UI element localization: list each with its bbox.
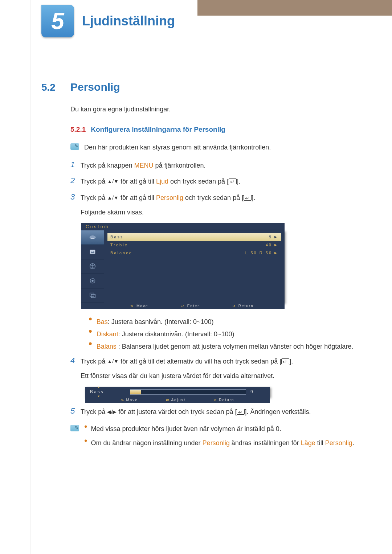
osd-sidebar: [81, 230, 104, 303]
step-text: Tryck på ▲/▼ för att gå till Ljud och tr…: [81, 176, 240, 187]
text-frag: ändras inställningen för: [230, 439, 301, 447]
section-heading: 5.2 Personlig: [41, 81, 381, 93]
text-frag: ]. Ändringen verkställs.: [245, 408, 311, 415]
section-title: Personlig: [70, 81, 120, 93]
osd-hint-return: Return: [232, 304, 254, 308]
chapter-header: 5 Ljudinställning: [41, 5, 381, 37]
text-frag: ].: [289, 358, 293, 365]
bullet-balans: •Balans : Balansera ljudet genom att jus…: [89, 340, 381, 353]
note-icon: [70, 425, 79, 431]
subsection-title: Konfigurera inställningarna för Personli…: [91, 126, 225, 134]
left-margin-stripe: [0, 0, 31, 554]
up-down-arrow-icon: ▲/▼: [107, 358, 119, 364]
step-2: 2 Tryck på ▲/▼ för att gå till Ljud och …: [70, 176, 381, 187]
text-frag: till: [315, 439, 325, 447]
up-down-arrow-icon: ▲/▼: [107, 178, 119, 184]
note-row-2: •Med vissa produkter hörs ljudet även nä…: [70, 424, 381, 448]
enter-icon: [237, 409, 245, 415]
step-1: 1 Tryck på knappen MENU på fjärrkontroll…: [70, 160, 381, 171]
osd-sidebar-item: [81, 245, 104, 259]
step-number: 1: [70, 160, 81, 171]
note-text-1: Den här produkten kan styras genom att a…: [84, 142, 271, 153]
image-icon: [88, 248, 97, 256]
note-icon: [70, 143, 79, 150]
gear-icon: [88, 277, 97, 285]
bullet-bas: •Bas: Justera basnivån. (Intervall: 0~10…: [89, 316, 381, 328]
right-arrow-icon: ▶: [274, 235, 278, 239]
text-frag: ].: [252, 194, 255, 201]
step-text: Tryck på ▲/▼ för att gå till det alterna…: [81, 356, 293, 382]
osd-slider-row: Bass 9: [85, 387, 270, 397]
subsection-number: 5.2.1: [70, 126, 86, 134]
step-text: Tryck på ◀/▶ för att justera värdet och …: [81, 406, 311, 418]
bullet-list-1: •Bas: Justera basnivån. (Intervall: 0~10…: [89, 316, 381, 353]
text-frag: Tryck på knappen: [81, 162, 134, 169]
step-text: Tryck på knappen MENU på fjärrkontrollen…: [81, 160, 206, 171]
target-keyword: Ljud: [156, 178, 168, 185]
osd-sidebar-item: [81, 288, 104, 303]
text-frag: Tryck på: [81, 194, 107, 201]
term: Personlig: [203, 439, 230, 447]
bullet-dot-icon: •: [84, 438, 87, 448]
osd-row-label: Bass: [110, 235, 269, 239]
term: Balans: [97, 343, 117, 350]
target-keyword: Personlig: [156, 194, 183, 201]
left-right-arrow-icon: ◀/▶: [107, 409, 117, 415]
osd-row-value: 9: [269, 235, 272, 239]
text-frag: och tryck sedan på [: [183, 194, 244, 201]
osd-row-bass: Bass 9 ▶: [107, 233, 281, 241]
text-frag: Ett fönster visas där du kan justera vär…: [81, 370, 293, 382]
picture-mode-icon: [88, 233, 97, 241]
enter-icon: [281, 358, 289, 364]
osd-row-balance: Balance L 50 R 50 ▶: [107, 249, 281, 257]
text-frag: ].: [237, 178, 240, 185]
svg-rect-10: [91, 295, 95, 298]
step-number: 5: [70, 406, 81, 418]
osd-row-value: L 50 R 50: [245, 251, 272, 255]
step-text: Tryck på ▲/▼ för att gå till Personlig o…: [81, 192, 255, 218]
right-arrow-icon: ▶: [274, 243, 278, 247]
enter-icon: [229, 178, 237, 184]
text-frag: och tryck sedan på [: [168, 178, 229, 185]
text-frag: .: [352, 439, 354, 447]
text-frag: Med vissa produkter hörs ljudet även när…: [91, 424, 281, 434]
step-5: 5 Tryck på ◀/▶ för att justera värdet oc…: [70, 406, 381, 418]
text-frag: för att gå till: [119, 178, 156, 185]
osd-row-value: 40: [266, 243, 272, 247]
osd-hint-move: Move: [121, 398, 138, 402]
note-row-1: Den här produkten kan styras genom att a…: [70, 142, 381, 153]
osd-slider-footer: Move Adjust Return: [85, 397, 270, 403]
text-frag: Tryck på: [81, 358, 107, 365]
text-frag: Om du ändrar någon inställning under: [91, 439, 202, 447]
up-down-arrow-icon: ▲/▼: [107, 195, 119, 201]
menu-keyword: MENU: [134, 162, 153, 169]
osd-slider-bar: [130, 389, 246, 395]
osd-sidebar-item: [81, 259, 104, 274]
osd-slider-value: 9: [250, 389, 265, 394]
text-frag: : Justera basnivån. (Intervall: 0~100): [108, 318, 214, 325]
chapter-number-badge: 5: [41, 5, 74, 37]
osd-sidebar-item: [81, 230, 104, 245]
osd-slider-label: Bass: [90, 389, 130, 394]
osd-options: Bass 9 ▶ Treble 40 ▶ Balance L 50 R 50 ▶: [104, 230, 285, 303]
note-bullet: •Med vissa produkter hörs ljudet även nä…: [84, 424, 354, 434]
text-frag: för att gå till: [119, 194, 156, 201]
text-frag: Följande skärm visas.: [81, 207, 255, 218]
osd-footer: Move Enter Return: [81, 303, 285, 309]
bullet-dot-icon: •: [84, 424, 87, 434]
bullet-dot-icon: •: [89, 340, 92, 353]
term: Diskant: [97, 331, 118, 338]
subsection-heading: 5.2.1 Konfigurera inställningarna för Pe…: [70, 126, 381, 134]
osd-slider-fill: [130, 390, 141, 394]
osd-hint-move: Move: [130, 304, 148, 308]
text-frag: på fjärrkontrollen.: [153, 162, 205, 169]
text-frag: för att gå till det alternativ du vill h…: [119, 358, 281, 365]
term: Läge: [301, 439, 315, 447]
text-frag: för att justera värdet och tryck sedan p…: [117, 408, 237, 415]
osd-title: Custom: [81, 223, 285, 230]
osd-hint-return: Return: [214, 398, 234, 402]
osd-slider-screenshot: Bass 9 Move Adjust Return: [85, 387, 270, 403]
text-frag: : Justera diskantnivån. (Intervall: 0~10…: [118, 331, 234, 338]
osd-body: Bass 9 ▶ Treble 40 ▶ Balance L 50 R 50 ▶: [81, 230, 285, 303]
osd-hint-adjust: Adjust: [166, 398, 185, 402]
